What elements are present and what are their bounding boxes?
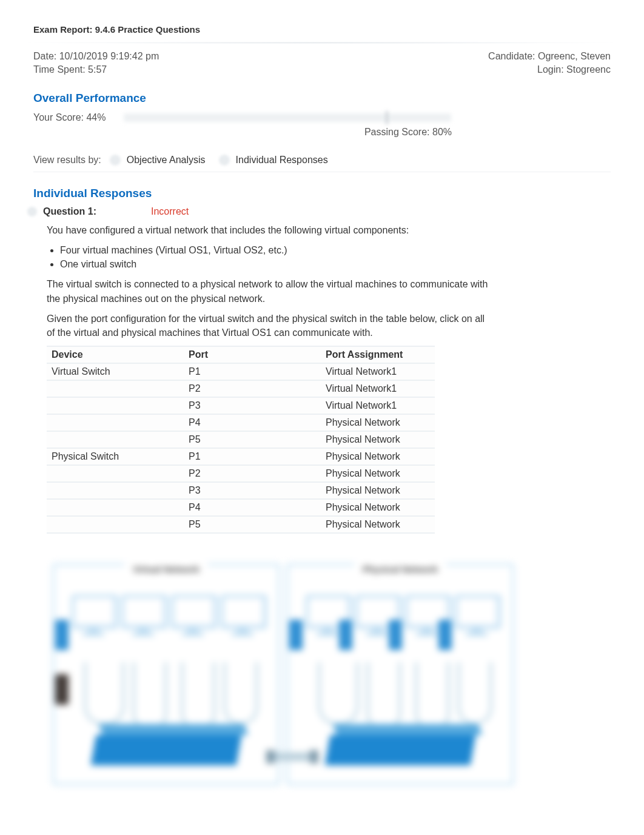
cell-assignment: Physical Network [321,482,435,499]
divider [27,42,617,44]
overall-performance-heading: Overall Performance [33,92,611,105]
q1-para2: The virtual switch is connected to a phy… [47,277,489,305]
q1-para3: Given the port configuration for the vir… [47,312,489,340]
cell-device [47,516,184,533]
cell-device [47,431,184,448]
cell-assignment: Virtual Network1 [321,380,435,397]
table-row: P4Physical Network [47,414,435,431]
table-row: P2Virtual Network1 [47,380,435,397]
option-objective-analysis[interactable]: Objective Analysis [127,155,206,166]
score-bar [124,111,451,124]
view-results-filter: View results by: Objective Analysis Indi… [33,155,611,172]
cell-device [47,414,184,431]
radio-individual[interactable] [219,155,230,166]
virtual-switch-icon [91,735,242,765]
cell-assignment: Physical Network [321,465,435,482]
cell-assignment: Physical Network [321,499,435,516]
passing-score-label: Passing Score: 80% [33,127,476,138]
cell-port: P1 [184,448,321,465]
cell-port: P3 [184,397,321,414]
cell-assignment: Physical Network [321,516,435,533]
cell-port: P4 [184,499,321,516]
question-header: Question 1: Incorrect [27,206,611,217]
port-table: Device Port Port Assignment Virtual Swit… [47,346,435,534]
diagram-right-title: Physical Network [354,564,446,574]
table-row: P3Physical Network [47,482,435,499]
th-port: Port [184,346,321,363]
question-body: You have configured a virtual network th… [47,223,489,794]
cell-assignment: Virtual Network1 [321,363,435,380]
cell-port: P4 [184,414,321,431]
table-row: Physical SwitchP1Physical Network [47,448,435,465]
q1-intro: You have configured a virtual network th… [47,223,489,237]
cell-port: P5 [184,516,321,533]
individual-responses-heading: Individual Responses [33,187,611,200]
question-expand-icon[interactable] [27,207,37,216]
view-results-label: View results by: [33,155,101,166]
table-row: P3Virtual Network1 [47,397,435,414]
table-row: P2Physical Network [47,465,435,482]
date-label: Date: 10/10/2019 9:19:42 pm [33,50,159,63]
cell-port: P2 [184,465,321,482]
cell-device [47,380,184,397]
candidate-label: Candidate: Ogreenc, Steven [488,50,611,63]
question-status: Incorrect [151,206,189,217]
your-score-label: Your Score: 44% [33,112,106,123]
cell-device: Physical Switch [47,448,184,465]
cell-port: P2 [184,380,321,397]
switch-link [271,753,314,761]
q1-bullet-1: One virtual switch [60,257,489,271]
physical-switch-icon [325,735,476,765]
table-row: P5Physical Network [47,431,435,448]
table-row: Virtual SwitchP1Virtual Network1 [47,363,435,380]
score-row: Your Score: 44% [33,111,611,124]
login-label: Login: Stogreenc [488,63,611,76]
cell-assignment: Physical Network [321,431,435,448]
cell-port: P3 [184,482,321,499]
cell-assignment: Virtual Network1 [321,397,435,414]
th-device: Device [47,346,184,363]
question-number: Question 1: [43,206,96,217]
report-title: Exam Report: 9.4.6 Practice Questions [33,24,611,35]
cell-device [47,499,184,516]
table-row: P5Physical Network [47,516,435,533]
cell-port: P5 [184,431,321,448]
cell-device [47,397,184,414]
table-row: P4Physical Network [47,499,435,516]
cell-device [47,482,184,499]
th-assignment: Port Assignment [321,346,435,363]
cell-device [47,465,184,482]
option-individual-responses[interactable]: Individual Responses [236,155,328,166]
time-spent-label: Time Spent: 5:57 [33,63,159,76]
q1-bullet-0: Four virtual machines (Virtual OS1, Virt… [60,243,489,257]
cell-assignment: Physical Network [321,414,435,431]
cell-port: P1 [184,363,321,380]
q1-bullets: Four virtual machines (Virtual OS1, Virt… [60,243,489,271]
radio-objective[interactable] [110,155,121,166]
cell-assignment: Physical Network [321,448,435,465]
cell-device: Virtual Switch [47,363,184,380]
diagram-left-title: Virtual Network [124,564,208,574]
network-diagram[interactable]: Virtual Network Physical Network [47,552,520,794]
meta-row: Date: 10/10/2019 9:19:42 pm Time Spent: … [33,50,611,77]
